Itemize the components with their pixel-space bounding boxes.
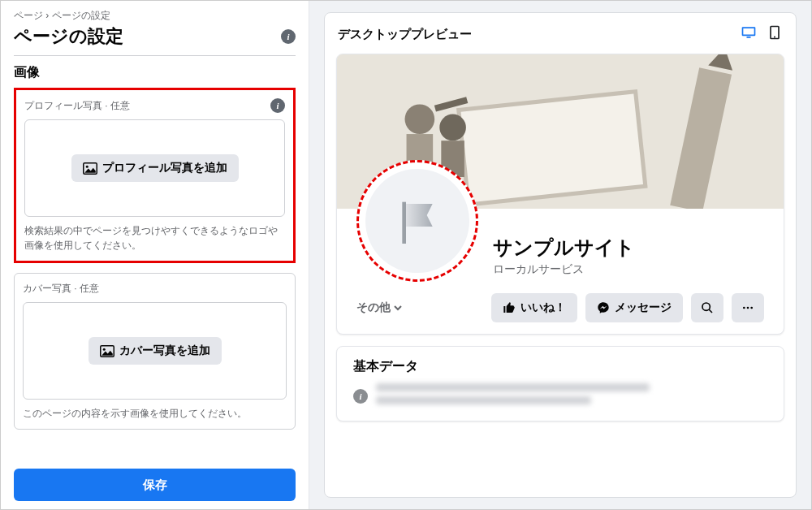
image-icon — [100, 345, 114, 357]
info-icon[interactable]: i — [281, 29, 296, 44]
page-title: ページの設定 — [14, 24, 123, 49]
save-button[interactable]: 保存 — [14, 469, 296, 501]
add-cover-photo-button[interactable]: カバー写真を追加 — [89, 337, 222, 365]
cover-photo-dropzone[interactable]: カバー写真を追加 — [23, 302, 287, 400]
preview-card: デスクトッププレビュー — [324, 12, 797, 498]
dots-icon — [741, 301, 754, 314]
page-name: サンプルサイト — [493, 235, 635, 261]
cover-photo-helper: このページの内容を示す画像を使用してください。 — [23, 406, 287, 421]
message-label: メッセージ — [615, 300, 672, 315]
more-button[interactable] — [732, 293, 764, 322]
messenger-icon — [597, 301, 610, 314]
like-label: いいね！ — [520, 300, 566, 315]
svg-point-15 — [702, 303, 710, 310]
profile-avatar-highlight — [356, 160, 478, 282]
svg-point-3 — [102, 348, 105, 350]
profile-avatar-placeholder — [365, 169, 469, 273]
chevron-down-icon — [394, 304, 402, 312]
message-button[interactable]: メッセージ — [585, 293, 683, 322]
svg-point-9 — [405, 104, 435, 134]
profile-photo-label: プロフィール写真 · 任意 — [24, 99, 130, 113]
info-icon: i — [353, 389, 368, 404]
basic-data-card: 基本データ i — [336, 346, 784, 421]
info-icon[interactable]: i — [270, 98, 285, 113]
cover-photo-label: カバー写真 · 任意 — [23, 282, 99, 296]
svg-rect-6 — [461, 93, 643, 202]
settings-panel: ページ › ページの設定 ページの設定 i 画像 プロフィール写真 · 任意 i… — [1, 1, 309, 509]
desktop-icon[interactable] — [741, 24, 757, 44]
profile-photo-helper: 検索結果の中でページを見つけやすくできるようなロゴや画像を使用してください。 — [24, 223, 285, 253]
tab-other-label: その他 — [356, 300, 391, 315]
profile-photo-block: プロフィール写真 · 任意 i プロフィール写真を追加 検索結果の中でページを見… — [14, 88, 296, 263]
add-cover-photo-label: カバー写真を追加 — [119, 344, 210, 358]
preview-panel: デスクトッププレビュー — [309, 1, 811, 509]
svg-line-16 — [709, 309, 712, 313]
tab-other[interactable]: その他 — [356, 300, 402, 315]
mobile-icon[interactable] — [767, 24, 783, 44]
page-category: ローカルサービス — [493, 262, 635, 277]
svg-point-1 — [85, 165, 88, 167]
basic-data-title: 基本データ — [353, 358, 767, 375]
preview-title: デスクトッププレビュー — [338, 27, 472, 42]
svg-point-11 — [439, 115, 466, 141]
search-icon — [701, 301, 714, 314]
search-button[interactable] — [691, 293, 723, 322]
svg-point-19 — [750, 307, 753, 309]
flag-icon — [389, 192, 446, 249]
svg-point-17 — [743, 307, 745, 309]
profile-photo-dropzone[interactable]: プロフィール写真を追加 — [24, 119, 285, 217]
svg-point-18 — [747, 307, 749, 309]
svg-rect-14 — [402, 202, 406, 244]
placeholder-text — [376, 383, 767, 409]
like-button[interactable]: いいね！ — [491, 293, 577, 322]
breadcrumb: ページ › ページの設定 — [14, 9, 296, 23]
add-profile-photo-label: プロフィール写真を追加 — [102, 161, 227, 175]
page-preview: サンプルサイト ローカルサービス その他 いいね！ メッセージ — [336, 54, 784, 335]
cover-photo-block: カバー写真 · 任意 カバー写真を追加 このページの内容を示す画像を使用してくだ… — [14, 273, 296, 430]
image-icon — [83, 162, 97, 175]
section-images-label: 画像 — [14, 64, 296, 81]
thumbs-up-icon — [503, 301, 516, 314]
add-profile-photo-button[interactable]: プロフィール写真を追加 — [71, 154, 239, 182]
